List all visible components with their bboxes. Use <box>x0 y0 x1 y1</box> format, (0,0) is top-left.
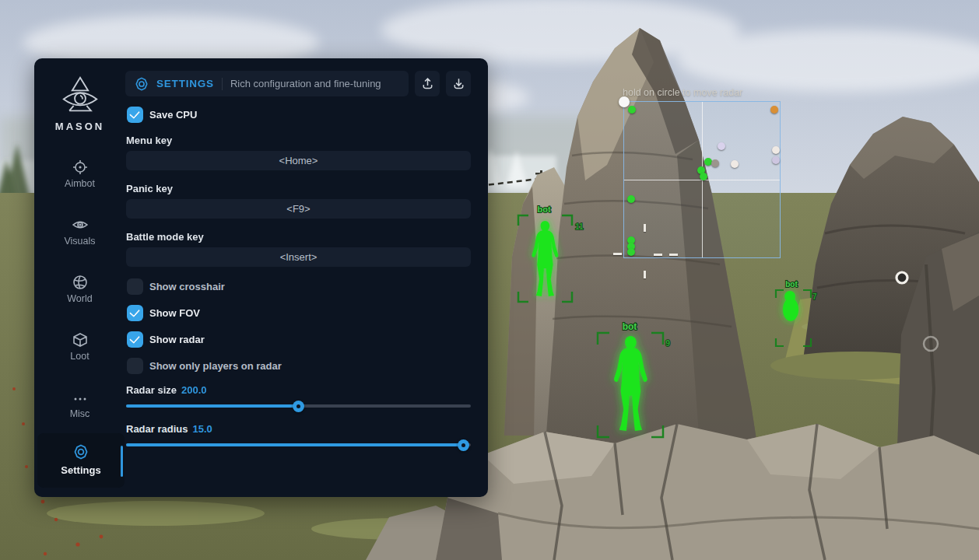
show-radar-row: Show radar <box>127 331 205 348</box>
radar-dot <box>772 156 780 164</box>
radar-size-label: Radar size200.0 <box>126 384 207 396</box>
cube-icon <box>72 332 88 348</box>
radar-mark <box>669 254 678 256</box>
divider <box>222 78 223 90</box>
esp-bot-distance: 11 <box>575 222 584 231</box>
radar-dot <box>718 142 725 150</box>
battle-mode-key-field[interactable]: <Insert> <box>126 247 471 267</box>
page-title: SETTINGS <box>156 78 214 89</box>
sidebar-item-label: Loot <box>70 351 89 362</box>
sidebar-item-misc[interactable]: Misc <box>34 390 125 419</box>
show-only-players-checkbox[interactable] <box>127 358 143 374</box>
gear-icon <box>73 444 89 460</box>
sidebar-item-aimbot[interactable]: Aimbot <box>34 159 125 189</box>
show-fov-checkbox[interactable] <box>127 305 143 321</box>
page-subtitle: Rich configuration and fine-tuning <box>230 78 381 89</box>
esp-bot-distance: 7 <box>812 292 817 301</box>
upload-icon <box>421 77 434 90</box>
radar-dot <box>627 248 635 256</box>
radar-dot <box>770 106 778 114</box>
radar-mark <box>613 253 622 255</box>
keybind-label: Panic key <box>126 183 173 194</box>
menu-key-field[interactable]: <Home> <box>126 151 471 170</box>
radar-dot <box>628 106 636 114</box>
radar-dot <box>700 173 707 180</box>
gear-icon <box>135 77 149 91</box>
sidebar-item-label: Misc <box>70 408 90 419</box>
loot-ring-marker <box>897 272 907 283</box>
section-header: SETTINGS Rich configuration and fine-tun… <box>125 71 409 96</box>
radar-mark <box>654 254 662 256</box>
checkbox-label: Show FOV <box>149 307 200 319</box>
radar-radius-label: Radar radius15.0 <box>126 423 212 435</box>
esp-bot-distance: 9 <box>665 338 670 348</box>
show-crosshair-checkbox[interactable] <box>127 278 143 295</box>
sidebar-item-label: Visuals <box>64 236 95 247</box>
slider-thumb[interactable] <box>458 439 469 451</box>
esp-bot-label: bot <box>623 321 637 332</box>
import-config-button[interactable] <box>446 71 471 96</box>
radar-size-value: 200.0 <box>181 384 207 396</box>
slider-fill <box>126 443 464 446</box>
keybind-label: Menu key <box>126 135 172 146</box>
checkbox-label: Show crosshair <box>149 281 225 292</box>
radar-widget[interactable]: hold on circle to move radar <box>623 101 781 258</box>
sidebar-item-world[interactable]: World <box>34 275 125 304</box>
ellipsis-icon <box>72 390 88 405</box>
sidebar-item-settings[interactable]: Settings <box>37 433 125 488</box>
save-cpu-row: Save CPU <box>127 107 197 123</box>
slider-thumb[interactable] <box>293 401 304 412</box>
brand-logo: MASON <box>34 75 125 132</box>
keybind-label: Battle mode key <box>126 231 204 243</box>
sidebar-item-loot[interactable]: Loot <box>34 332 125 362</box>
radar-radius-value: 15.0 <box>192 423 212 435</box>
radar-dot <box>772 146 780 154</box>
show-only-players-row: Show only players on radar <box>127 358 282 374</box>
globe-icon <box>72 275 88 290</box>
checkbox-label: Show only players on radar <box>149 360 282 372</box>
download-icon <box>452 77 465 90</box>
mason-eye-icon <box>59 75 101 114</box>
crosshair-icon <box>72 159 88 175</box>
radar-size-slider[interactable] <box>126 401 471 411</box>
radar-dot <box>627 195 635 203</box>
esp-bot-label: bot <box>537 205 550 214</box>
radar-hint: hold on circle to move radar <box>623 87 742 98</box>
show-radar-checkbox[interactable] <box>127 331 143 348</box>
panic-key-field[interactable]: <F9> <box>126 199 471 219</box>
radar-dot <box>731 160 739 168</box>
brand-name: MASON <box>34 121 125 132</box>
radar-mark <box>644 271 646 278</box>
checkbox-label: Show radar <box>149 334 205 345</box>
radar-radius-slider[interactable] <box>126 439 471 450</box>
cheat-menu-panel: MASON Aimbot Visuals World Loot Misc <box>34 58 488 497</box>
active-indicator <box>121 446 123 477</box>
eye-icon <box>72 217 88 233</box>
esp-bot-label: bot <box>785 280 798 289</box>
radar-mark <box>644 224 646 232</box>
save-cpu-checkbox[interactable] <box>127 107 143 123</box>
radar-drag-handle[interactable] <box>619 96 630 107</box>
slider-fill <box>126 404 299 408</box>
sidebar-item-label: Settings <box>61 464 100 476</box>
export-config-button[interactable] <box>415 71 440 96</box>
sidebar-item-label: Aimbot <box>65 178 95 189</box>
show-crosshair-row: Show crosshair <box>127 278 225 295</box>
radar-dot <box>711 159 719 167</box>
show-fov-row: Show FOV <box>127 305 200 321</box>
checkbox-label: Save CPU <box>149 109 197 121</box>
sidebar-item-label: World <box>67 293 92 304</box>
sidebar-item-visuals[interactable]: Visuals <box>34 217 125 247</box>
